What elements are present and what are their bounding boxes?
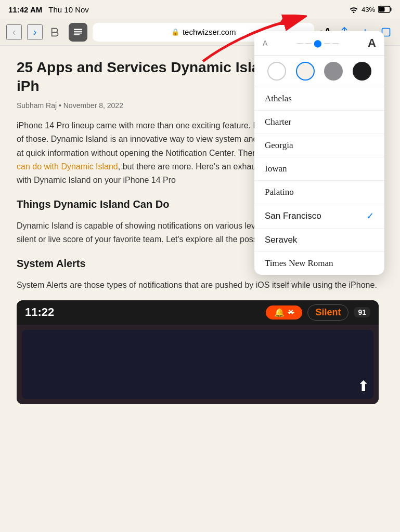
status-icons: 43%: [349, 6, 392, 14]
svg-rect-6: [74, 34, 80, 35]
screenshot-bottom: ⬆: [17, 325, 379, 404]
color-gray-button[interactable]: [324, 62, 343, 81]
font-option-athelas[interactable]: Athelas: [254, 87, 384, 111]
svg-rect-2: [379, 7, 385, 12]
font-option-iowan[interactable]: Iowan: [254, 157, 384, 181]
svg-rect-1: [391, 8, 392, 11]
font-size-row: A — — ⬤ — — A: [254, 31, 384, 56]
font-option-georgia[interactable]: Georgia: [254, 134, 384, 157]
lock-icon: 🔒: [171, 28, 179, 36]
status-date: Thu 10 Nov: [48, 5, 89, 14]
link-dynamic-island[interactable]: Dynamic Island: [61, 162, 118, 171]
font-size-small-label[interactable]: A: [263, 39, 267, 47]
color-cream-button[interactable]: [296, 62, 315, 81]
font-option-palatino[interactable]: Palatino: [254, 181, 384, 204]
bell-pill: 🔔 ✕: [266, 305, 302, 320]
svg-rect-3: [74, 29, 82, 30]
screenshot-status: 11:22 🔔 ✕ Silent 91: [17, 300, 379, 325]
font-option-charter[interactable]: Charter: [254, 111, 384, 134]
notif-count: 91: [354, 307, 370, 317]
reader-view-button[interactable]: [69, 23, 87, 42]
status-bar: 11:42 AM Thu 10 Nov 43%: [0, 0, 400, 19]
font-option-san-francisco[interactable]: San Francisco✓: [254, 204, 384, 229]
back-button[interactable]: ‹: [6, 24, 22, 40]
color-black-button[interactable]: [353, 62, 371, 81]
screenshot-area: 11:22 🔔 ✕ Silent 91 ⬆: [17, 300, 379, 404]
wifi-icon: [349, 6, 358, 13]
reader-icon: [73, 28, 83, 36]
article-paragraph-3: System Alerts are those types of notific…: [17, 278, 379, 292]
status-time: 11:42 AM: [8, 5, 42, 14]
screenshot-time: 11:22: [25, 305, 54, 319]
font-list: AthelasCharterGeorgiaIowanPalatinoSan Fr…: [254, 87, 384, 275]
color-white-button[interactable]: [267, 62, 286, 81]
silent-badge: Silent: [307, 304, 349, 321]
battery-icon: [378, 6, 392, 13]
font-size-large-label[interactable]: A: [368, 36, 376, 50]
bookmarks-button[interactable]: [48, 24, 63, 40]
battery-level: 43%: [362, 6, 375, 14]
app-store-icon: ⬆: [357, 378, 369, 395]
forward-button[interactable]: ›: [27, 24, 43, 40]
color-row: [254, 56, 384, 87]
url-text: techwizser.com: [183, 28, 236, 36]
svg-rect-4: [74, 31, 82, 32]
font-picker-dropdown: A — — ⬤ — — A AthelasCharterGeorgiaIowan…: [254, 31, 384, 275]
font-option-seravek[interactable]: Seravek: [254, 229, 384, 252]
book-icon: [50, 26, 61, 38]
font-option-times-new-roman[interactable]: Times New Roman: [254, 252, 384, 275]
svg-rect-5: [74, 32, 82, 33]
